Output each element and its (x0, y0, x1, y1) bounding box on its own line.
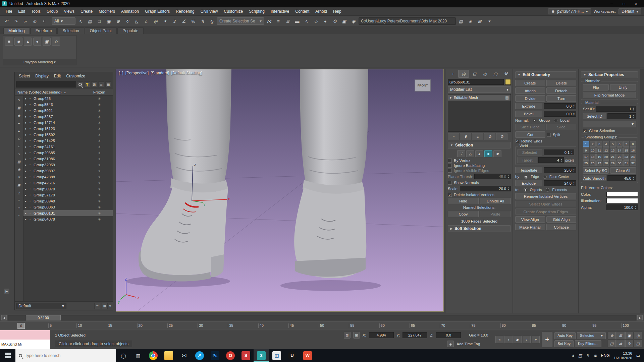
unhide-all-button[interactable]: Unhide All (480, 198, 511, 204)
Group50970[interactable]: ● • Group50970 ✳ (23, 186, 113, 192)
soft-selection-rollout-header[interactable]: ▶ Soft Selection (448, 225, 511, 232)
viewport-label-segment[interactable]: [Standard] (151, 71, 169, 75)
percent-snap-icon[interactable]: % (189, 17, 198, 25)
grid-view-icon[interactable]: ▦ (102, 303, 108, 309)
Group31986[interactable]: ● • Group31986 ✳ (23, 156, 113, 162)
normals-scale-field[interactable]: 20.0 (460, 186, 511, 191)
smoothing-group-button[interactable]: 16 (630, 147, 636, 153)
chrome-icon[interactable] (146, 349, 161, 362)
Group29685[interactable]: ● • Group29685 ✳ (23, 150, 113, 156)
close-button[interactable]: ✕ (630, 0, 642, 7)
visibility-icon[interactable]: ● (25, 212, 30, 215)
filter-materials-icon[interactable]: ◉ (16, 166, 22, 172)
create-button[interactable]: Create (515, 80, 545, 86)
planar-thresh-field[interactable]: 45.0 (474, 174, 511, 179)
select-and-link-icon[interactable]: ∞ (21, 17, 30, 25)
menu-item[interactable]: Customize (221, 9, 246, 14)
frozen-icon[interactable]: ✳ (98, 205, 111, 209)
ribbon-tab[interactable]: Object Paint (85, 27, 117, 34)
display-tab[interactable]: ▢ (490, 70, 500, 78)
unlink-selection-icon[interactable]: ⊘ (30, 17, 39, 25)
workspace-tools-icon[interactable]: ⊞ (475, 17, 484, 25)
model-right-leg[interactable] (300, 69, 368, 194)
filter-groups-icon[interactable]: △ (16, 189, 22, 195)
visibility-icon[interactable]: ● (25, 121, 30, 124)
asset-tracking-icon[interactable]: ◈ (466, 17, 475, 25)
next-frame-button[interactable]: › (523, 336, 531, 343)
hierarchy-tab[interactable]: ⊟ (469, 70, 479, 78)
edit-geometry-rollout-header[interactable]: ▼ Edit Geometry (515, 71, 576, 78)
previous-frame-button[interactable]: ‹ (504, 336, 513, 343)
visibility-icon[interactable]: ● (25, 170, 30, 173)
frozen-icon[interactable]: ✳ (98, 163, 111, 167)
auto-smooth-angle-field[interactable]: 45.0 (607, 175, 636, 181)
Group21425[interactable]: ● • Group21425 ✳ (23, 138, 113, 144)
column-name-header[interactable]: Name (Sorted Ascending) ▲ (15, 90, 93, 94)
ribbon-tool-icon[interactable]: ◆ (14, 38, 22, 46)
to-elements-radio[interactable] (546, 188, 549, 192)
selection-filter-dropdown[interactable]: All ▾ (52, 17, 75, 25)
3ds-max-icon[interactable]: 3 (254, 349, 269, 362)
weld-selected-button[interactable]: Selected (517, 149, 542, 156)
orbit-icon[interactable]: ↻ (625, 340, 633, 347)
render-production-icon[interactable]: ◉ (349, 17, 358, 25)
model-right-boot[interactable] (294, 187, 366, 278)
hide-button[interactable]: Hide (448, 198, 479, 204)
absolute-mode-icon[interactable]: ⊞ (353, 332, 360, 339)
smoothing-group-button[interactable]: 15 (623, 147, 629, 153)
explorer-menu-item[interactable]: Display (33, 74, 51, 78)
current-frame-marker[interactable]: 0 (17, 323, 25, 329)
filter-shapes-icon[interactable]: ◆ (16, 112, 22, 118)
taskbar-search[interactable] (15, 349, 116, 362)
schematic-view-icon[interactable]: ◇ (312, 17, 320, 25)
utilities-tab[interactable]: ⚒ (501, 70, 511, 78)
visibility-icon[interactable]: ● (25, 115, 30, 118)
smoothing-group-button[interactable]: 26 (590, 160, 596, 166)
smoothing-group-button[interactable]: 31 (623, 160, 629, 166)
frozen-icon[interactable]: ✳ (98, 212, 111, 215)
pin-stack-icon[interactable]: ∘ (448, 133, 459, 140)
visibility-icon[interactable]: ● (25, 97, 30, 100)
smoothing-group-button[interactable]: 18 (590, 154, 596, 160)
Group8237[interactable]: ● • Group8237 ✳ (23, 114, 113, 120)
minimize-button[interactable]: ─ (606, 0, 618, 7)
refine-ends-checkbox[interactable]: Refine Ends (515, 139, 576, 143)
frozen-icon[interactable]: ✳ (98, 187, 111, 191)
viewport[interactable]: [+][Perspective][Standard][Default Shadi… (116, 69, 444, 312)
selection-rollout-header[interactable]: ▼ Selection (448, 142, 511, 148)
smoothing-group-button[interactable]: 7 (623, 141, 629, 147)
menu-item[interactable]: Tools (28, 9, 44, 14)
material-editor-icon[interactable]: ● (321, 17, 330, 25)
touch-keyboard-icon[interactable]: ▤ (578, 353, 582, 358)
explorer-menu-item[interactable]: Customize (63, 74, 88, 78)
spinner-arrows[interactable] (507, 186, 510, 191)
smoothing-group-button[interactable]: 27 (596, 160, 602, 166)
smoothing-group-button[interactable]: 11 (596, 147, 602, 153)
frozen-icon[interactable]: ✳ (98, 127, 111, 131)
Group32959[interactable]: ● • Group32959 ✳ (23, 162, 113, 168)
undo-icon[interactable]: ↶ (2, 17, 11, 25)
split-checkbox[interactable]: Split (547, 133, 576, 137)
frozen-icon[interactable]: ✳ (98, 157, 111, 161)
menu-item[interactable]: Group (44, 9, 61, 14)
tray-expand-icon[interactable]: ∧ (571, 353, 574, 358)
bevel-amount-field[interactable]: 0.0 (544, 111, 577, 117)
more-chevron-icon[interactable]: » (109, 304, 111, 308)
frozen-icon[interactable]: ✳ (98, 145, 111, 149)
clear-all-button[interactable]: Clear All (610, 167, 636, 174)
ribbon-tool-icon[interactable]: ▣ (43, 38, 51, 46)
smoothing-group-button[interactable]: 2 (590, 141, 596, 147)
delete-button[interactable]: Delete (546, 80, 576, 86)
Group39897[interactable]: ● • Group39897 ✳ (23, 168, 113, 174)
menu-item[interactable]: Rendering (173, 9, 197, 14)
configure-modifier-sets-icon[interactable]: ⚙ (496, 133, 507, 140)
pivot-point-center-icon[interactable]: ◎ (151, 17, 160, 25)
file-explorer-icon[interactable] (161, 349, 176, 362)
mirror-icon[interactable]: ⋈ (265, 17, 273, 25)
select-open-edges-button[interactable]: Select Open Edges (515, 201, 576, 207)
maxscript-mini-listener[interactable]: MAXScript Mi (0, 330, 50, 349)
element-mode-icon[interactable]: ◆ (493, 150, 501, 157)
collapse-button[interactable]: Collapse (546, 224, 576, 230)
attach-button[interactable]: Attach (515, 87, 545, 94)
toggle-ribbon-icon[interactable]: ▬ (293, 17, 302, 25)
